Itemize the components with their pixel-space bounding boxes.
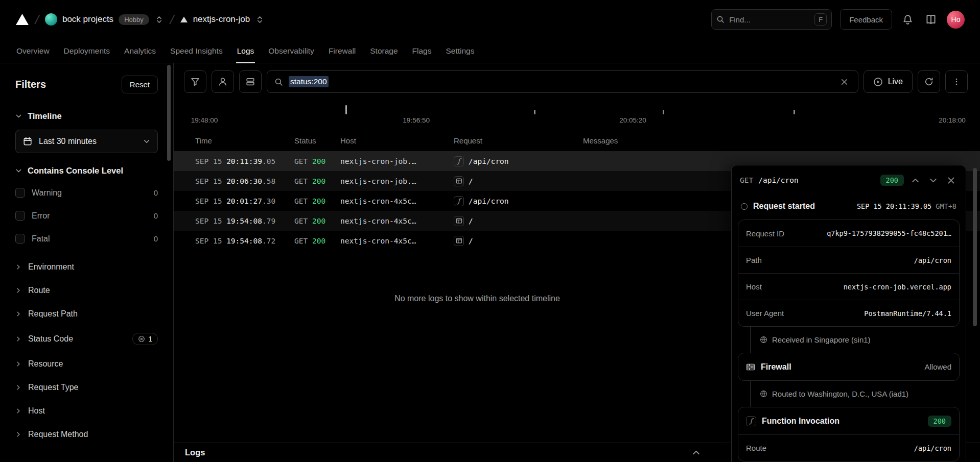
tab-logs[interactable]: Logs — [230, 39, 262, 63]
panel-scrollbar-thumb[interactable] — [973, 168, 977, 326]
section-status-code[interactable]: Status Code 1 — [15, 326, 158, 352]
tab-analytics[interactable]: Analytics — [117, 39, 163, 63]
detail-path: /api/cron — [758, 176, 799, 184]
chevron-selector-icon[interactable] — [255, 15, 265, 25]
filter-funnel-button[interactable] — [184, 70, 206, 93]
prev-log-chevron-up-icon[interactable] — [909, 174, 922, 187]
field-row: Route /api/cron — [738, 434, 959, 461]
panel-scrollbar[interactable] — [973, 168, 977, 458]
sidebar-scrollbar[interactable] — [167, 65, 171, 161]
reset-filters-button[interactable]: Reset — [122, 76, 158, 93]
project-avatar-icon — [180, 16, 188, 23]
project-name: nextjs-cron-job — [193, 14, 250, 25]
request-path-label: Request Path — [28, 309, 78, 319]
section-environment[interactable]: Environment — [15, 255, 158, 279]
log-method: GET — [294, 157, 308, 165]
field-label: Path — [746, 256, 762, 264]
chevron-selector-icon[interactable] — [154, 15, 164, 25]
error-checkbox[interactable] — [15, 211, 25, 221]
tab-observability[interactable]: Observability — [261, 39, 321, 63]
log-path: / — [469, 217, 473, 225]
feedback-button[interactable]: Feedback — [840, 9, 892, 30]
detail-header: GET /api/cron 200 — [732, 165, 966, 195]
breadcrumb-divider: / — [168, 12, 175, 27]
log-path: / — [469, 237, 473, 245]
log-query-input[interactable]: status:200 — [267, 70, 858, 93]
section-request-type[interactable]: Request Type — [15, 376, 158, 399]
tab-overview[interactable]: Overview — [9, 39, 57, 63]
log-time-frac: .79 — [262, 217, 275, 225]
calendar-icon — [23, 137, 32, 146]
date-range-button[interactable]: Last 30 minutes — [15, 130, 158, 153]
tab-firewall[interactable]: Firewall — [321, 39, 363, 63]
log-date: SEP 15 — [195, 237, 222, 245]
firewall-card: Firewall Allowed — [738, 353, 960, 381]
find-search[interactable]: F — [711, 9, 832, 30]
tab-settings[interactable]: Settings — [438, 39, 481, 63]
function-invocation-label: Function Invocation — [762, 417, 839, 426]
console-level-section-toggle[interactable]: Contains Console Level — [15, 160, 158, 181]
col-request: Request — [454, 136, 583, 145]
timeline-tick-label: 19:48:00 — [191, 116, 218, 124]
timeline-bar — [794, 110, 795, 114]
chevron-right-icon — [15, 408, 21, 414]
group-rows-button[interactable] — [239, 70, 262, 93]
filter-warning-row[interactable]: Warning 0 — [15, 181, 158, 204]
fatal-label: Fatal — [32, 234, 50, 244]
project-nav: Overview Deployments Analytics Speed Ins… — [0, 39, 980, 63]
filter-error-row[interactable]: Error 0 — [15, 204, 158, 227]
tab-speed-insights[interactable]: Speed Insights — [163, 39, 230, 63]
chevron-up-icon[interactable] — [692, 448, 701, 457]
routed-note-text: Routed to Washington, D.C., USA (iad1) — [772, 390, 908, 398]
request-type-label: Request Type — [28, 383, 78, 392]
timeline-scrubber[interactable]: 19:48:00 19:56:50 20:05:20 20:18:00 — [184, 98, 969, 130]
tab-storage[interactable]: Storage — [363, 39, 405, 63]
section-request-method[interactable]: Request Method — [15, 423, 158, 446]
log-date: SEP 15 — [195, 177, 222, 185]
query-text[interactable]: status:200 — [289, 76, 329, 87]
refresh-button[interactable] — [918, 70, 940, 93]
tab-deployments[interactable]: Deployments — [57, 39, 117, 63]
field-row: Host nextjs-cron-job.vercel.app — [738, 273, 959, 300]
top-bar-actions: F Feedback Ho — [711, 9, 965, 30]
user-filter-button[interactable] — [212, 70, 234, 93]
clear-query-icon[interactable] — [838, 76, 851, 88]
next-log-chevron-down-icon[interactable] — [927, 174, 940, 187]
log-method: GET — [294, 237, 308, 245]
team-switcher[interactable]: bock projects Hobby — [45, 13, 164, 26]
project-switcher[interactable]: nextjs-cron-job — [180, 14, 265, 25]
route-value: /api/cron — [914, 444, 951, 452]
chevron-right-icon — [15, 431, 21, 437]
fatal-checkbox[interactable] — [15, 234, 25, 244]
field-row: User Agent PostmanRuntime/7.44.1 — [738, 300, 959, 326]
timeline-section-toggle[interactable]: Timeline — [15, 106, 158, 127]
section-request-path[interactable]: Request Path — [15, 302, 158, 326]
logs-toolbar: status:200 Live — [174, 63, 980, 97]
function-icon: ƒ — [454, 196, 464, 206]
fatal-count: 0 — [154, 234, 158, 243]
filters-sidebar: Filters Reset Timeline Last 30 minutes C… — [0, 63, 174, 462]
warning-checkbox[interactable] — [15, 188, 25, 198]
section-resource[interactable]: Resource — [15, 352, 158, 376]
section-host[interactable]: Host — [15, 399, 158, 423]
function-status-badge: 200 — [928, 416, 951, 427]
log-date: SEP 15 — [195, 217, 222, 225]
window-icon — [454, 176, 464, 186]
status-code-label: Status Code — [28, 334, 73, 344]
notifications-bell-icon[interactable] — [900, 12, 915, 27]
filter-fatal-row[interactable]: Fatal 0 — [15, 227, 158, 250]
user-avatar[interactable]: Ho — [947, 11, 965, 29]
vercel-logo-icon[interactable] — [15, 13, 29, 26]
tab-flags[interactable]: Flags — [405, 39, 439, 63]
more-options-button[interactable] — [945, 70, 968, 93]
live-button[interactable]: Live — [864, 70, 913, 93]
close-icon[interactable] — [945, 174, 958, 187]
section-route[interactable]: Route — [15, 279, 158, 302]
docs-book-icon[interactable] — [923, 12, 939, 27]
field-value: nextjs-cron-job.vercel.app — [844, 283, 951, 291]
status-code-filter-pill[interactable]: 1 — [132, 333, 158, 345]
logs-main: status:200 Live 19:48: — [174, 63, 980, 462]
find-input[interactable] — [729, 15, 810, 24]
top-bar: / bock projects Hobby / nextjs-cron-job — [0, 0, 980, 39]
play-circle-icon — [873, 77, 883, 87]
